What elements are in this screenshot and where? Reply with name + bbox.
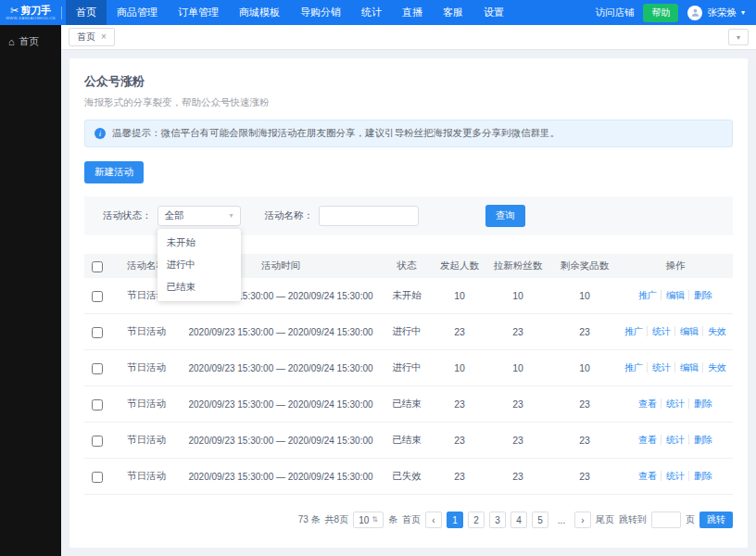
page-title: 公众号涨粉 bbox=[84, 73, 733, 90]
nav-item-statistics[interactable]: 统计 bbox=[351, 0, 392, 25]
cell-time: 2020/09/23 15:30:00 — 2020/09/24 15:30:0… bbox=[183, 459, 379, 495]
action-delete[interactable]: 删除 bbox=[688, 471, 712, 481]
search-button[interactable]: 查询 bbox=[485, 205, 525, 227]
nav-item-products[interactable]: 商品管理 bbox=[107, 0, 168, 25]
page-button-3[interactable]: 3 bbox=[489, 512, 506, 528]
status-option-ended[interactable]: 已结束 bbox=[158, 276, 241, 298]
nav-item-live[interactable]: 直播 bbox=[392, 0, 433, 25]
action-invalidate[interactable]: 失效 bbox=[702, 326, 726, 336]
nav-item-distribution[interactable]: 导购分销 bbox=[290, 0, 351, 25]
action-promote[interactable]: 推广 bbox=[624, 326, 643, 336]
cell-prizes: 23 bbox=[551, 314, 618, 350]
logo-subtitle: WWW.JIANDAOSHOU.CN bbox=[6, 17, 55, 20]
action-delete[interactable]: 删除 bbox=[688, 398, 712, 409]
col-initiators: 发起人数 bbox=[435, 254, 485, 278]
page-button-1[interactable]: 1 bbox=[447, 512, 463, 528]
next-page-button[interactable]: › bbox=[574, 512, 591, 528]
cell-initiators: 23 bbox=[435, 386, 485, 423]
cell-new-fans: 23 bbox=[485, 314, 551, 350]
last-page-link[interactable]: 尾页 bbox=[596, 513, 614, 526]
page-size-select[interactable]: 10 ⇅ bbox=[353, 512, 384, 528]
row-checkbox[interactable] bbox=[92, 363, 103, 374]
page-button-5[interactable]: 5 bbox=[532, 512, 548, 528]
pagination-pages-total: 共8页 bbox=[325, 513, 349, 526]
chevron-down-icon: ▾ bbox=[737, 33, 740, 42]
activity-name-input[interactable] bbox=[319, 206, 419, 226]
status-option-in-progress[interactable]: 进行中 bbox=[158, 254, 241, 276]
cell-prizes: 10 bbox=[551, 278, 618, 314]
col-prizes: 剩余奖品数 bbox=[551, 254, 618, 278]
updown-arrows-icon: ⇅ bbox=[372, 516, 378, 524]
new-activity-button[interactable]: 新建活动 bbox=[84, 161, 144, 183]
close-icon[interactable]: × bbox=[101, 32, 107, 42]
row-checkbox[interactable] bbox=[92, 291, 103, 302]
status-option-not-started[interactable]: 未开始 bbox=[158, 232, 241, 254]
cell-status: 已结束 bbox=[379, 386, 435, 423]
table-row: 节日活动 2020/09/23 15:30:00 — 2020/09/24 15… bbox=[84, 459, 733, 495]
info-icon: i bbox=[94, 128, 106, 139]
row-checkbox[interactable] bbox=[92, 399, 103, 411]
prev-page-button[interactable]: ‹ bbox=[425, 512, 442, 528]
nav-item-orders[interactable]: 订单管理 bbox=[168, 0, 229, 25]
sidebar-item-home[interactable]: ⌂ 首页 bbox=[0, 25, 61, 58]
chevron-down-icon: ▾ bbox=[741, 9, 745, 17]
action-promote[interactable]: 推广 bbox=[638, 290, 657, 300]
action-view[interactable]: 查看 bbox=[638, 435, 657, 445]
action-stats[interactable]: 统计 bbox=[661, 435, 685, 445]
action-edit[interactable]: 编辑 bbox=[661, 290, 685, 300]
action-delete[interactable]: 删除 bbox=[688, 290, 712, 300]
cell-time: 2020/09/23 15:30:00 — 2020/09/24 15:30:0… bbox=[183, 386, 379, 423]
cell-initiators: 23 bbox=[435, 423, 485, 459]
jump-button[interactable]: 跳转 bbox=[699, 512, 733, 528]
pages-ellipsis: ... bbox=[553, 512, 570, 528]
page-button-2[interactable]: 2 bbox=[468, 512, 485, 528]
cell-status: 进行中 bbox=[379, 350, 435, 386]
cell-name: 节日活动 bbox=[110, 350, 183, 386]
action-promote[interactable]: 推广 bbox=[624, 362, 643, 373]
action-stats[interactable]: 统计 bbox=[661, 398, 685, 409]
tab-list-menu-button[interactable]: ▾ bbox=[728, 29, 749, 45]
jump-unit: 页 bbox=[686, 513, 695, 526]
cell-actions: 推广统计编辑失效 bbox=[618, 350, 733, 386]
cell-prizes: 23 bbox=[551, 386, 618, 423]
chevron-left-icon: ‹ bbox=[432, 515, 435, 525]
nav-item-settings[interactable]: 设置 bbox=[473, 0, 514, 25]
cell-actions: 查看统计删除 bbox=[618, 386, 733, 423]
select-all-checkbox[interactable] bbox=[92, 261, 103, 272]
cell-initiators: 10 bbox=[435, 350, 485, 386]
row-checkbox[interactable] bbox=[92, 436, 103, 447]
table-row: 节日活动 2020/09/23 15:30:00 — 2020/09/24 15… bbox=[84, 386, 733, 423]
action-view[interactable]: 查看 bbox=[638, 398, 657, 409]
action-stats[interactable]: 统计 bbox=[661, 471, 685, 481]
status-filter-label: 活动状态： bbox=[103, 209, 152, 222]
person-icon bbox=[690, 7, 700, 18]
cell-prizes: 10 bbox=[551, 350, 618, 386]
row-checkbox[interactable] bbox=[92, 472, 103, 483]
action-edit[interactable]: 编辑 bbox=[674, 326, 699, 336]
sidebar: ⌂ 首页 bbox=[0, 25, 61, 556]
pagination-total: 73 条 bbox=[298, 513, 321, 526]
row-checkbox[interactable] bbox=[92, 327, 103, 338]
action-edit[interactable]: 编辑 bbox=[674, 362, 699, 373]
action-invalidate[interactable]: 失效 bbox=[702, 362, 726, 373]
action-stats[interactable]: 统计 bbox=[647, 362, 671, 373]
first-page-link[interactable]: 首页 bbox=[402, 513, 421, 526]
jump-page-input[interactable] bbox=[651, 512, 681, 528]
help-button[interactable]: 帮助 bbox=[643, 4, 678, 22]
action-delete[interactable]: 删除 bbox=[688, 435, 712, 445]
tab-home[interactable]: 首页 × bbox=[69, 28, 115, 46]
action-view[interactable]: 查看 bbox=[638, 471, 657, 481]
page-button-4[interactable]: 4 bbox=[510, 512, 527, 528]
cell-new-fans: 10 bbox=[485, 278, 551, 314]
visit-shop-link[interactable]: 访问店铺 bbox=[595, 6, 634, 19]
action-stats[interactable]: 统计 bbox=[647, 326, 671, 336]
status-select[interactable]: 全部 ▾ bbox=[158, 206, 241, 226]
cell-new-fans: 10 bbox=[485, 350, 551, 386]
nav-item-home[interactable]: 首页 bbox=[66, 0, 107, 25]
cell-actions: 查看统计删除 bbox=[618, 423, 733, 459]
user-menu[interactable]: 张荣焕 ▾ bbox=[687, 6, 745, 20]
cell-time: 2020/09/23 15:30:00 — 2020/09/24 15:30:0… bbox=[183, 314, 379, 350]
table-row: 节日活动 2020/09/23 15:30:00 — 2020/09/24 15… bbox=[84, 314, 733, 350]
nav-item-service[interactable]: 客服 bbox=[433, 0, 473, 25]
nav-item-templates[interactable]: 商城模板 bbox=[229, 0, 290, 25]
